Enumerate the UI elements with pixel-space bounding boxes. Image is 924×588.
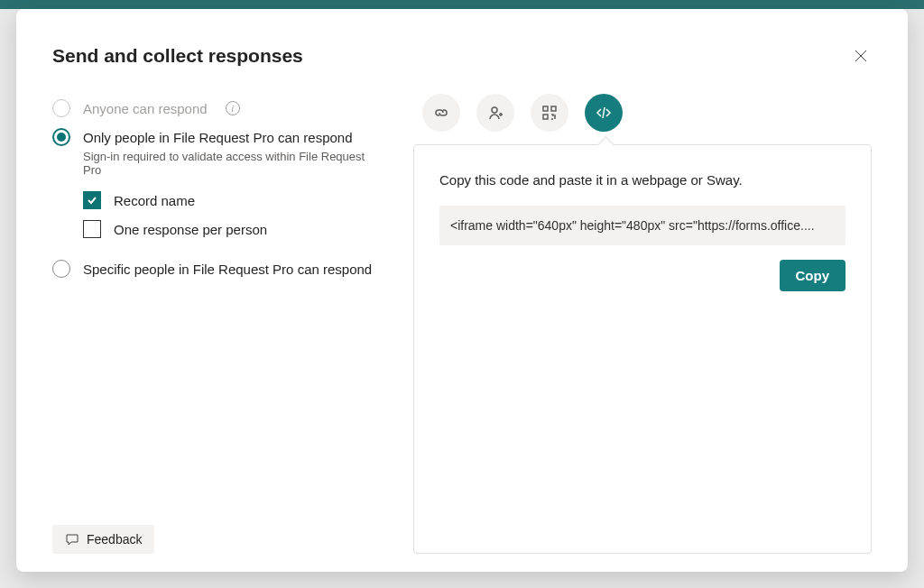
close-icon [854,49,868,63]
checkbox-one-response[interactable]: One response per person [83,215,377,243]
embed-instruction: Copy this code and paste it in a webpage… [439,172,845,188]
checkmark-icon [87,195,97,206]
radio-anyone[interactable]: Anyone can respond i [52,94,377,123]
modal-body: Anyone can respond i Only people in File… [52,94,872,554]
qr-icon [541,104,559,122]
svg-rect-1 [543,106,548,111]
radio-icon [52,128,70,146]
info-icon[interactable]: i [226,101,240,115]
embed-code[interactable]: <iframe width="640px" height="480px" src… [439,206,845,245]
share-tabs [413,94,872,132]
radio-label: Only people in File Request Pro can resp… [83,130,353,145]
tab-link[interactable] [422,94,460,132]
org-sub-options: Record name One response per person [83,186,377,243]
tab-embed[interactable] [585,94,623,132]
chat-icon [65,532,79,547]
svg-rect-3 [543,115,548,119]
checkbox-label: Record name [114,193,195,208]
radio-label: Specific people in File Request Pro can … [83,262,372,277]
copy-button[interactable]: Copy [780,260,846,291]
svg-point-0 [492,107,497,113]
feedback-button[interactable]: Feedback [52,525,154,554]
radio-org[interactable]: Only people in File Request Pro can resp… [52,123,377,152]
audience-options: Anyone can respond i Only people in File… [52,94,377,554]
checkbox-icon [83,191,101,209]
embed-panel: Copy this code and paste it in a webpage… [413,144,872,554]
radio-specific[interactable]: Specific people in File Request Pro can … [52,254,377,283]
embed-icon [595,104,613,122]
radio-icon [52,99,70,117]
share-panel-column: Copy this code and paste it in a webpage… [413,94,872,554]
svg-rect-2 [551,106,556,111]
person-add-icon [486,104,504,122]
close-button[interactable] [850,45,872,67]
radio-icon [52,260,70,278]
checkbox-record-name[interactable]: Record name [83,186,377,215]
page-background: Send and collect responses Anyone can re… [0,9,924,588]
modal-header: Send and collect responses [52,45,872,67]
radio-label: Anyone can respond [83,101,208,116]
link-icon [432,104,450,122]
send-collect-modal: Send and collect responses Anyone can re… [16,9,908,572]
feedback-label: Feedback [87,532,142,547]
checkbox-label: One response per person [114,222,267,237]
tab-invite[interactable] [476,94,514,132]
app-topbar [0,0,924,9]
checkbox-icon [83,220,101,238]
radio-org-sub: Sign-in required to validate access with… [83,150,377,177]
modal-title: Send and collect responses [52,45,303,67]
tab-qr[interactable] [531,94,568,132]
